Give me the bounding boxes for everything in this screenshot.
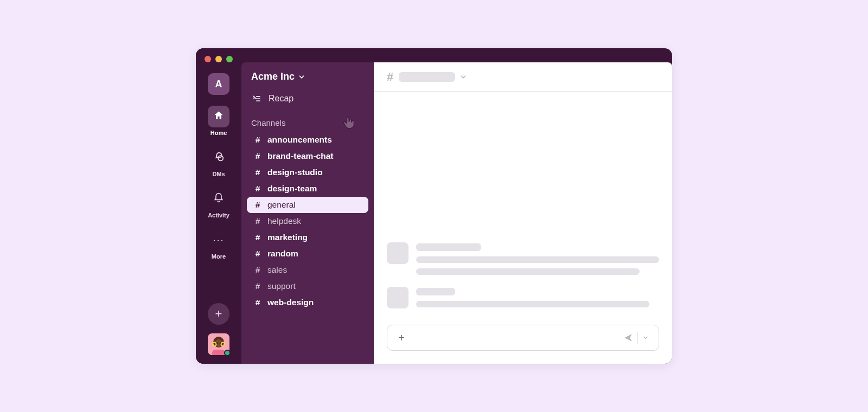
pointer-cursor-icon <box>341 115 356 130</box>
channel-label: sales <box>267 265 287 275</box>
recap-item[interactable]: Recap <box>247 89 368 108</box>
channel-item-announcements[interactable]: #announcements <box>247 132 368 148</box>
rail-item-home[interactable]: Home <box>208 106 229 136</box>
rail-label-home: Home <box>210 130 227 136</box>
recap-label: Recap <box>269 94 293 104</box>
dms-icon <box>213 151 225 165</box>
message-item <box>387 287 659 308</box>
channel-label: general <box>267 200 296 210</box>
ellipsis-icon: ··· <box>213 235 224 246</box>
rail-label-activity: Activity <box>208 212 229 218</box>
channel-header[interactable]: # <box>374 62 672 92</box>
chevron-down-icon <box>298 73 305 81</box>
channel-item-design-team[interactable]: #design-team <box>247 181 368 197</box>
window-controls <box>205 56 233 62</box>
message-item <box>387 242 659 275</box>
plus-icon: + <box>215 307 222 321</box>
hash-icon: # <box>252 233 263 242</box>
window-body: A Home DMs <box>196 48 672 364</box>
presence-indicator <box>224 350 231 356</box>
channel-label: design-studio <box>267 168 323 177</box>
rail-label-more: More <box>212 253 226 260</box>
message-pane: # <box>374 62 672 364</box>
hash-icon: # <box>252 184 263 194</box>
channels-header-label: Channels <box>251 118 285 127</box>
channel-name-placeholder <box>399 72 455 82</box>
channel-label: marketing <box>267 233 308 242</box>
send-options-button[interactable] <box>638 331 653 344</box>
channels-section-header[interactable]: Channels <box>247 108 368 132</box>
hash-icon: # <box>387 70 393 84</box>
hash-icon: # <box>252 151 263 161</box>
rail-item-dms[interactable]: DMs <box>208 147 229 177</box>
maximize-window-button[interactable] <box>226 56 233 62</box>
send-icon <box>623 333 633 343</box>
channel-item-design-studio[interactable]: #design-studio <box>247 164 368 181</box>
hash-icon: # <box>252 265 263 275</box>
rail-item-more[interactable]: ··· More <box>208 229 229 260</box>
channel-label: design-team <box>267 184 317 194</box>
hash-icon: # <box>252 200 263 210</box>
send-button-group <box>619 330 653 346</box>
message-avatar-placeholder <box>387 242 409 264</box>
chevron-down-icon <box>642 334 649 341</box>
message-list <box>374 92 672 320</box>
hash-icon: # <box>252 298 263 307</box>
channel-label: announcements <box>267 135 332 145</box>
channel-sidebar: Acme Inc Recap Channels #announcements#b… <box>241 62 374 364</box>
message-composer[interactable]: + <box>387 325 659 351</box>
message-content-placeholder <box>416 242 659 275</box>
channel-label: support <box>267 281 296 291</box>
message-avatar-placeholder <box>387 287 409 308</box>
workspace-switcher[interactable]: A <box>208 73 229 95</box>
channel-item-web-design[interactable]: #web-design <box>247 294 368 311</box>
hash-icon: # <box>252 249 263 259</box>
channel-item-support[interactable]: #support <box>247 278 368 294</box>
hash-icon: # <box>252 168 263 177</box>
chevron-down-icon <box>459 73 467 81</box>
hash-icon: # <box>252 135 263 145</box>
nav-rail: A Home DMs <box>196 48 241 364</box>
home-icon <box>213 110 224 123</box>
channel-label: helpdesk <box>267 216 301 226</box>
channel-item-general[interactable]: #general <box>247 197 368 213</box>
recap-icon <box>251 93 262 104</box>
channel-label: web-design <box>267 298 314 307</box>
channel-item-random[interactable]: #random <box>247 246 368 262</box>
create-new-button[interactable]: + <box>208 303 229 325</box>
channel-item-helpdesk[interactable]: #helpdesk <box>247 213 368 229</box>
channel-list: #announcements#brand-team-chat#design-st… <box>247 132 368 311</box>
channel-item-sales[interactable]: #sales <box>247 262 368 278</box>
bell-icon <box>213 192 224 205</box>
plus-icon: + <box>398 332 405 344</box>
app-window: A Home DMs <box>196 48 672 364</box>
channel-label: random <box>267 249 298 259</box>
hash-icon: # <box>252 281 263 291</box>
message-content-placeholder <box>416 287 659 308</box>
workspace-menu[interactable]: Acme Inc <box>247 69 368 89</box>
workspace-name: Acme Inc <box>251 71 295 82</box>
channel-label: brand-team-chat <box>267 151 333 161</box>
hash-icon: # <box>252 216 263 226</box>
user-avatar[interactable] <box>208 333 229 355</box>
channel-item-brand-team-chat[interactable]: #brand-team-chat <box>247 148 368 164</box>
rail-item-activity[interactable]: Activity <box>208 188 229 218</box>
send-button[interactable] <box>619 330 637 346</box>
composer-add-button[interactable]: + <box>395 331 408 344</box>
channel-item-marketing[interactable]: #marketing <box>247 229 368 246</box>
svg-rect-8 <box>212 350 225 355</box>
rail-label-dms: DMs <box>212 171 225 177</box>
close-window-button[interactable] <box>205 56 211 62</box>
minimize-window-button[interactable] <box>215 56 222 62</box>
